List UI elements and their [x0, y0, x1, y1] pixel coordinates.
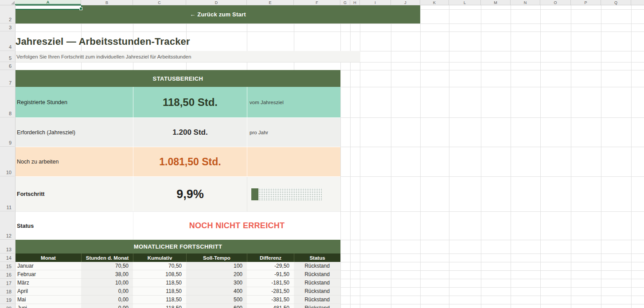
cell-hours[interactable]: 38,00 — [81, 270, 133, 278]
registered-hours-note[interactable]: vom Jahresziel — [247, 87, 340, 117]
status-label[interactable]: Status — [16, 212, 133, 240]
table-row-maerz: März 10,00 118,50 300 -181,50 Rückstand — [16, 279, 340, 287]
cell-hours[interactable]: 0,00 — [81, 304, 133, 308]
cell-target[interactable]: 400 — [186, 287, 247, 295]
remaining-hours-value[interactable]: 1.081,50 Std. — [133, 147, 247, 176]
row-header-5[interactable]: 5 — [0, 51, 15, 62]
row-header-6[interactable]: 6 — [0, 62, 15, 70]
cell-difference[interactable]: -281,50 — [247, 287, 294, 295]
row-header-19[interactable]: 19 — [0, 296, 15, 304]
required-hours-note[interactable]: pro Jahr — [247, 118, 340, 147]
cell-target[interactable]: 100 — [186, 262, 247, 270]
remaining-hours-label[interactable]: Noch zu arbeiten — [16, 147, 133, 176]
cell-target[interactable]: 600 — [186, 304, 247, 308]
cell-cumulative[interactable]: 118,50 — [133, 296, 186, 304]
column-header-n[interactable]: N — [511, 0, 540, 5]
column-header-f[interactable]: F — [294, 0, 340, 5]
select-all-corner[interactable] — [0, 0, 16, 5]
cell-difference[interactable]: -381,50 — [247, 296, 294, 304]
cell-cumulative[interactable]: 118,50 — [133, 304, 186, 308]
cell-target[interactable]: 500 — [186, 296, 247, 304]
cell-status[interactable]: Rückstand — [294, 270, 340, 278]
cell-difference[interactable]: -481,50 — [247, 304, 294, 308]
required-hours-value[interactable]: 1.200 Std. — [133, 118, 247, 147]
cell-status[interactable]: Rückstand — [294, 279, 340, 287]
col-header-monat[interactable]: Monat — [16, 253, 81, 262]
cell-month[interactable]: Juni — [16, 304, 81, 308]
cell-month[interactable]: April — [16, 287, 81, 295]
cell-hours[interactable]: 0,00 — [81, 287, 133, 295]
fill-handle[interactable] — [79, 7, 82, 10]
column-header-i[interactable]: I — [360, 0, 391, 5]
column-header-m[interactable]: M — [481, 0, 511, 5]
column-header-d[interactable]: D — [186, 0, 247, 5]
status-row-progress: Fortschritt 9,9% — [16, 176, 340, 211]
row-header-14[interactable]: 14 — [0, 253, 15, 262]
cell-target[interactable]: 200 — [186, 270, 247, 278]
row-header-3[interactable]: 3 — [0, 23, 15, 31]
cell-difference[interactable]: -29,50 — [247, 262, 294, 270]
row-header-15[interactable]: 15 — [0, 262, 15, 270]
column-header-l[interactable]: L — [449, 0, 481, 5]
column-header-a[interactable]: A — [15, 0, 81, 5]
progress-label[interactable]: Fortschritt — [16, 177, 133, 211]
col-header-differenz[interactable]: Differenz — [247, 253, 294, 262]
status-row-required: Erforderlich (Jahresziel) 1.200 Std. pro… — [16, 117, 340, 147]
column-header-k[interactable]: K — [420, 0, 449, 5]
row-header-13[interactable]: 13 — [0, 240, 15, 253]
cell-target[interactable]: 300 — [186, 279, 247, 287]
cell-month[interactable]: Februar — [16, 270, 81, 278]
row-header-2[interactable]: 2 — [0, 9, 15, 23]
cell-month[interactable]: März — [16, 279, 81, 287]
row-header-10[interactable]: 10 — [0, 147, 15, 176]
progress-bar-cell[interactable] — [247, 177, 340, 211]
col-header-status[interactable]: Status — [294, 253, 340, 262]
row-header-9[interactable]: 9 — [0, 117, 15, 147]
cell-hours[interactable]: 70,50 — [81, 262, 133, 270]
row-header-18[interactable]: 18 — [0, 287, 15, 296]
column-header-h[interactable]: H — [350, 0, 360, 5]
registered-hours-value[interactable]: 118,50 Std. — [133, 87, 247, 117]
grid-line — [540, 5, 541, 308]
col-header-soll-tempo[interactable]: Soll-Tempo — [186, 253, 247, 262]
cell-status[interactable]: Rückstand — [294, 287, 340, 295]
remaining-hours-note[interactable] — [247, 147, 340, 176]
cell-difference[interactable]: -91,50 — [247, 270, 294, 278]
row-header-17[interactable]: 17 — [0, 279, 15, 287]
cell-status[interactable]: Rückstand — [294, 262, 340, 270]
cell-month[interactable]: Mai — [16, 296, 81, 304]
progress-value[interactable]: 9,9% — [133, 177, 247, 211]
column-header-b[interactable]: B — [81, 0, 133, 5]
cell-hours[interactable]: 10,00 — [81, 279, 133, 287]
row-header-7[interactable]: 7 — [0, 70, 15, 87]
status-value[interactable]: NOCH NICHT ERREICHT — [133, 212, 340, 240]
cell-difference[interactable]: -181,50 — [247, 279, 294, 287]
status-row-status: Status NOCH NICHT ERREICHT — [16, 211, 340, 240]
row-header-20[interactable]: 20 — [0, 304, 15, 308]
col-header-kumulativ[interactable]: Kumulativ — [133, 253, 186, 262]
registered-hours-label[interactable]: Registrierte Stunden — [16, 87, 133, 117]
cell-status[interactable]: Rückstand — [294, 304, 340, 308]
cell-status[interactable]: Rückstand — [294, 296, 340, 304]
column-header-o[interactable]: O — [540, 0, 571, 5]
column-header-c[interactable]: C — [133, 0, 186, 5]
row-header-16[interactable]: 16 — [0, 270, 15, 279]
column-header-g[interactable]: G — [340, 0, 350, 5]
cell-cumulative[interactable]: 118,50 — [133, 287, 186, 295]
cell-cumulative[interactable]: 108,50 — [133, 270, 186, 278]
row-header-8[interactable]: 8 — [0, 87, 15, 117]
cell-month[interactable]: Januar — [16, 262, 81, 270]
row-header-4[interactable]: 4 — [0, 31, 15, 51]
cell-cumulative[interactable]: 70,50 — [133, 262, 186, 270]
col-header-stunden[interactable]: Stunden d. Monat — [81, 253, 133, 262]
row-header-12[interactable]: 12 — [0, 211, 15, 240]
column-header-j[interactable]: J — [391, 0, 420, 5]
column-header-p[interactable]: P — [571, 0, 601, 5]
cell-hours[interactable]: 0,00 — [81, 296, 133, 304]
row-header-11[interactable]: 11 — [0, 176, 15, 211]
required-hours-label[interactable]: Erforderlich (Jahresziel) — [16, 118, 133, 147]
grid-line — [449, 5, 449, 308]
cell-cumulative[interactable]: 118,50 — [133, 279, 186, 287]
column-header-e[interactable]: E — [247, 0, 294, 5]
column-header-q[interactable]: Q — [601, 0, 631, 5]
